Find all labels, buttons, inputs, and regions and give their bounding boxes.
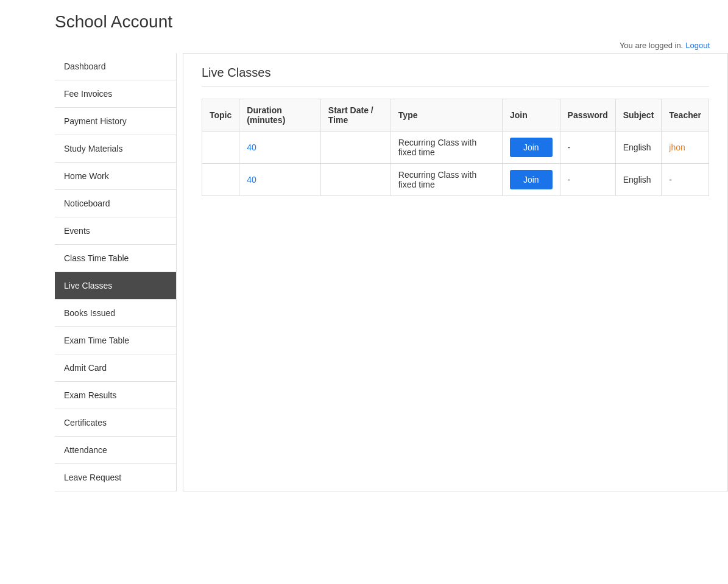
- cell-subject: English: [615, 164, 662, 196]
- cell-start-date: [320, 164, 391, 196]
- cell-duration: 40: [239, 132, 321, 164]
- layout: DashboardFee InvoicesPayment HistoryStud…: [0, 53, 728, 491]
- sidebar-item-live-classes[interactable]: Live Classes: [55, 272, 176, 300]
- table-header: Teacher: [662, 99, 709, 132]
- join-button[interactable]: Join: [510, 138, 553, 157]
- cell-join: Join: [502, 132, 560, 164]
- sidebar-item-attendance[interactable]: Attendance: [55, 437, 176, 464]
- sidebar-item-exam-time-table[interactable]: Exam Time Table: [55, 327, 176, 354]
- live-classes-table: TopicDuration (minutes)Start Date / Time…: [202, 99, 709, 196]
- cell-subject: English: [615, 132, 662, 164]
- table-header: Type: [391, 99, 502, 132]
- main-content: Live Classes TopicDuration (minutes)Star…: [183, 53, 728, 491]
- logout-link[interactable]: Logout: [685, 41, 710, 50]
- cell-teacher: -: [662, 164, 709, 196]
- table-row: 40Recurring Class with fixed timeJoin-En…: [202, 132, 709, 164]
- sidebar-item-exam-results[interactable]: Exam Results: [55, 382, 176, 409]
- logged-in-text: You are logged in.: [620, 41, 683, 50]
- sidebar-item-dashboard[interactable]: Dashboard: [55, 53, 176, 80]
- section-title: Live Classes: [202, 66, 709, 86]
- top-bar: You are logged in. Logout: [0, 38, 728, 53]
- cell-type: Recurring Class with fixed time: [391, 132, 502, 164]
- page-title: School Account: [0, 0, 728, 38]
- table-header: Topic: [202, 99, 239, 132]
- table-row: 40Recurring Class with fixed timeJoin-En…: [202, 164, 709, 196]
- table-header: Join: [502, 99, 560, 132]
- sidebar-item-study-materials[interactable]: Study Materials: [55, 135, 176, 163]
- sidebar-item-payment-history[interactable]: Payment History: [55, 108, 176, 135]
- sidebar-item-home-work[interactable]: Home Work: [55, 163, 176, 190]
- cell-password: -: [560, 164, 615, 196]
- cell-topic: [202, 164, 239, 196]
- cell-password: -: [560, 132, 615, 164]
- sidebar: DashboardFee InvoicesPayment HistoryStud…: [55, 53, 177, 491]
- table-header: Password: [560, 99, 615, 132]
- cell-topic: [202, 132, 239, 164]
- join-button[interactable]: Join: [510, 170, 553, 189]
- sidebar-item-noticeboard[interactable]: Noticeboard: [55, 190, 176, 217]
- table-header: Subject: [615, 99, 662, 132]
- sidebar-item-class-time-table[interactable]: Class Time Table: [55, 245, 176, 272]
- sidebar-item-fee-invoices[interactable]: Fee Invoices: [55, 80, 176, 108]
- sidebar-item-admit-card[interactable]: Admit Card: [55, 354, 176, 382]
- table-header: Duration (minutes): [239, 99, 321, 132]
- cell-join: Join: [502, 164, 560, 196]
- cell-type: Recurring Class with fixed time: [391, 164, 502, 196]
- sidebar-item-leave-request[interactable]: Leave Request: [55, 464, 176, 491]
- cell-teacher: jhon: [662, 132, 709, 164]
- cell-duration: 40: [239, 164, 321, 196]
- cell-start-date: [320, 132, 391, 164]
- sidebar-item-events[interactable]: Events: [55, 217, 176, 245]
- table-header: Start Date / Time: [320, 99, 391, 132]
- sidebar-item-books-issued[interactable]: Books Issued: [55, 300, 176, 327]
- sidebar-item-certificates[interactable]: Certificates: [55, 409, 176, 437]
